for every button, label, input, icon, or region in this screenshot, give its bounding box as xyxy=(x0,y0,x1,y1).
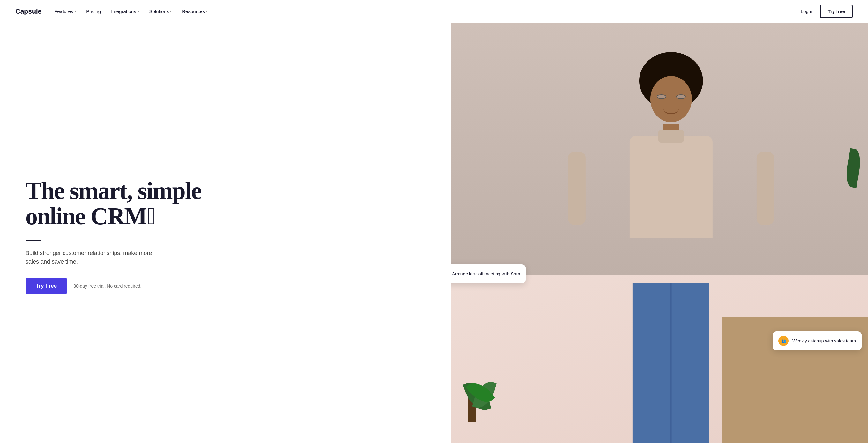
hero-heading: The smart, simple online CRM⃰ xyxy=(26,178,436,229)
brand-logo[interactable]: Capsule xyxy=(15,7,41,15)
hero-actions: Try Free 30-day free trial. No card requ… xyxy=(26,278,436,294)
nav-integrations[interactable]: Integrations ▾ xyxy=(111,9,139,14)
arm-left xyxy=(568,152,586,225)
task-card-people-text: Weekly catchup with sales team xyxy=(793,338,856,343)
hero-subtitle: Build stronger customer relationships, m… xyxy=(26,249,160,266)
hero-try-free-button[interactable]: Try Free xyxy=(26,278,67,294)
glasses-right xyxy=(676,94,686,99)
collar xyxy=(658,130,684,143)
hero-photo xyxy=(451,23,868,443)
nav-features[interactable]: Features ▾ xyxy=(54,9,76,14)
chevron-down-icon: ▾ xyxy=(170,9,172,13)
task-card-phone-text: Arrange kick-off meeting with Sam xyxy=(452,271,520,276)
sweater xyxy=(630,136,713,238)
navbar: Capsule Features ▾ Pricing Integrations … xyxy=(0,0,868,23)
chevron-down-icon: ▾ xyxy=(206,9,208,13)
chevron-down-icon: ▾ xyxy=(74,9,76,13)
nav-solutions[interactable]: Solutions ▾ xyxy=(149,9,172,14)
hero-divider xyxy=(26,240,41,241)
login-link[interactable]: Log in xyxy=(801,9,814,14)
nav-try-free-button[interactable]: Try free xyxy=(820,5,853,18)
hero-right: 📞 Arrange kick-off meeting with Sam 👥 We… xyxy=(451,23,868,443)
person-figure xyxy=(557,44,786,443)
nav-right: Log in Try free xyxy=(801,5,853,18)
task-card-phone: 📞 Arrange kick-off meeting with Sam xyxy=(451,264,526,283)
people-task-icon: 👥 xyxy=(778,336,788,346)
nav-links: Features ▾ Pricing Integrations ▾ Soluti… xyxy=(54,9,208,14)
hero-section: The smart, simple online CRM⃰ Build stro… xyxy=(0,23,868,443)
glasses-left xyxy=(657,94,666,99)
chevron-down-icon: ▾ xyxy=(137,9,139,13)
arm-right xyxy=(756,152,774,225)
nav-left: Capsule Features ▾ Pricing Integrations … xyxy=(15,7,208,15)
jeans-seam xyxy=(671,283,672,443)
nav-pricing[interactable]: Pricing xyxy=(86,9,101,14)
face xyxy=(650,76,692,122)
trial-info-text: 30-day free trial. No card required. xyxy=(73,283,142,288)
nav-resources[interactable]: Resources ▾ xyxy=(182,9,208,14)
smile xyxy=(663,107,679,114)
plant-right xyxy=(847,149,860,187)
task-card-people: 👥 Weekly catchup with sales team xyxy=(773,331,862,350)
jeans xyxy=(633,283,709,443)
hero-left: The smart, simple online CRM⃰ Build stro… xyxy=(0,23,451,443)
